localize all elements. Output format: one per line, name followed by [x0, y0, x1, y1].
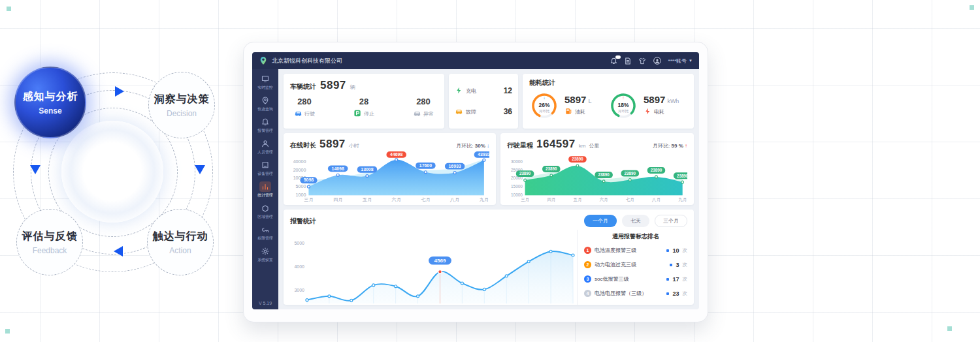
svg-text:1000: 1000: [296, 193, 306, 197]
vehicle-total: 5897: [320, 79, 346, 92]
cycle-node-sense-zh: 感知与分析: [23, 90, 78, 104]
svg-text:23890: 23890: [546, 166, 557, 171]
svg-text:3000: 3000: [294, 288, 304, 292]
trend-up-icon: ↑: [685, 143, 687, 149]
fuel-icon: [564, 108, 573, 116]
cycle-node-feedback-en: Feedback: [33, 246, 67, 255]
cycle-node-sense: 感知与分析 Sense: [14, 67, 86, 138]
car-blue-icon: [294, 110, 302, 118]
energy-value: 5897: [644, 94, 665, 105]
rank-badge-icon: 1: [584, 247, 591, 254]
sidebar-item-label: 实时监控: [257, 85, 272, 90]
chevron-down-icon: ▼: [689, 59, 693, 63]
sidebar-item-2[interactable]: 轨迹查询: [257, 95, 274, 112]
document-icon[interactable]: [625, 57, 631, 65]
mileage-total: 164597: [536, 138, 576, 151]
car-orange-icon: [455, 106, 463, 117]
sidebar-item-label: 权限管理: [257, 236, 272, 241]
vehicle-total-unit: 辆: [350, 84, 355, 91]
cycle-center-disc: [61, 121, 163, 223]
svg-text:16933: 16933: [449, 164, 461, 168]
online-unit: 小时: [349, 142, 359, 149]
avatar[interactable]: [653, 57, 661, 65]
sidebar-item-1[interactable]: 实时监控: [257, 74, 274, 91]
svg-text:三月: 三月: [521, 197, 529, 202]
online-mom: 月环比: 30% ↓: [456, 142, 489, 149]
app-logo-icon: [259, 56, 268, 65]
sidebar-nav: 实时监控轨迹查询报警管理人员管理设备管理统计管理区域管理权限管理系统设置V 5.…: [252, 69, 278, 309]
alarm-line-chart: 5000400030004569: [290, 230, 577, 305]
account-menu[interactable]: ****账号 ▼: [668, 57, 693, 65]
svg-text:17600: 17600: [419, 163, 432, 168]
energy-gauge-1: ↓26%月环比5897L油耗: [529, 89, 608, 121]
theme-shirt-icon[interactable]: [638, 57, 646, 65]
mileage-title: 行驶里程: [507, 141, 533, 150]
accent-square: [5, 329, 10, 334]
rank-badge-icon: 2: [584, 261, 591, 268]
alarm-rank-row[interactable]: 1电池温度报警三级10次: [584, 247, 687, 254]
range-button-3[interactable]: 三个月: [655, 215, 687, 227]
alarm-ranking-title: 通用报警标志排名: [584, 232, 687, 241]
vehicle-card-title: 车辆统计: [290, 82, 316, 91]
svg-text:5098: 5098: [304, 178, 314, 183]
svg-text:七月: 七月: [421, 197, 430, 202]
account-name: ****账号: [668, 57, 687, 65]
svg-text:23890: 23890: [519, 171, 531, 176]
sidebar-item-label: 系统设置: [257, 257, 272, 262]
alarm-rank-row[interactable]: 3soc低报警三级17次: [584, 275, 687, 283]
online-duration-chart: 40000200001000050001000三月四月五月六月七月八月九月509…: [290, 151, 489, 202]
vehicle-stat-停止: 28停止: [353, 97, 374, 118]
alarm-rank-row[interactable]: 4电池电压报警（三级）23次: [584, 290, 687, 297]
stats-icon: [259, 181, 271, 192]
sidebar-item-label: 轨迹查询: [257, 106, 272, 112]
sidebar-item-7[interactable]: 区域管理: [257, 203, 274, 220]
alarm-rank-row[interactable]: 2动力电池过充三级3次: [584, 261, 687, 268]
dashboard-screen: 北京新锐科创科技有限公司: [252, 52, 699, 309]
energy-card-title: 能耗统计: [529, 78, 687, 87]
cycle-node-feedback-zh: 评估与反馈: [22, 230, 78, 243]
notification-bell-icon[interactable]: [610, 57, 617, 65]
svg-text:20000: 20000: [293, 168, 306, 172]
count-dot-icon: [666, 278, 669, 281]
range-button-2[interactable]: 七天: [622, 215, 649, 227]
sidebar-item-label: 统计管理: [257, 193, 272, 198]
sidebar-item-6[interactable]: 统计管理: [257, 181, 274, 198]
sidebar-item-9[interactable]: 系统设置: [257, 246, 274, 263]
company-name: 北京新锐科创科技有限公司: [272, 57, 610, 65]
count-dot-icon: [670, 264, 672, 266]
cycle-diagram: 感知与分析 Sense 洞察与决策 Decision 评估与反馈 Feedbac…: [5, 62, 227, 277]
svg-text:4000: 4000: [294, 264, 304, 269]
sidebar-item-3[interactable]: 报警管理: [257, 117, 274, 134]
bell-icon: [259, 117, 271, 127]
mileage-mom: 月环比: 59 % ↑: [653, 142, 687, 149]
range-button-1[interactable]: 一个月: [584, 215, 617, 227]
monitor-icon: [259, 74, 271, 84]
sidebar-item-5[interactable]: 设备管理: [257, 160, 274, 177]
car-gray-icon: [413, 110, 421, 118]
svg-text:44698: 44698: [390, 152, 402, 157]
vehicle-stat-行驶: 280行驶: [294, 97, 315, 118]
accent-square: [970, 5, 974, 10]
cycle-node-action: 触达与行动 Action: [147, 209, 214, 275]
charge-row-故障: 故障36: [455, 106, 512, 117]
trend-down-icon: ↓: [487, 143, 489, 149]
notification-badge: [615, 55, 621, 59]
arrow-left-icon: [114, 246, 123, 256]
svg-text:15000: 15000: [511, 184, 523, 189]
svg-text:13008: 13008: [361, 167, 373, 172]
sidebar-item-4[interactable]: 人员管理: [257, 138, 274, 155]
svg-text:五月: 五月: [363, 197, 372, 202]
svg-text:5000: 5000: [294, 241, 304, 245]
accent-square: [947, 326, 952, 331]
region-icon: [259, 203, 271, 213]
sidebar-item-8[interactable]: 权限管理: [257, 225, 274, 241]
bolt-red-icon: [644, 108, 652, 116]
svg-text:14098: 14098: [332, 166, 344, 171]
vehicle-stats-card: 车辆统计 5897 辆 280行驶28停止280异常: [284, 74, 444, 129]
device-icon: [259, 160, 271, 170]
svg-text:23890: 23890: [677, 173, 687, 178]
svg-text:5000: 5000: [296, 184, 306, 189]
gear-icon: [259, 246, 271, 256]
arrow-right-icon: [115, 86, 124, 97]
charge-fault-card: 充电12故障36: [449, 74, 518, 129]
